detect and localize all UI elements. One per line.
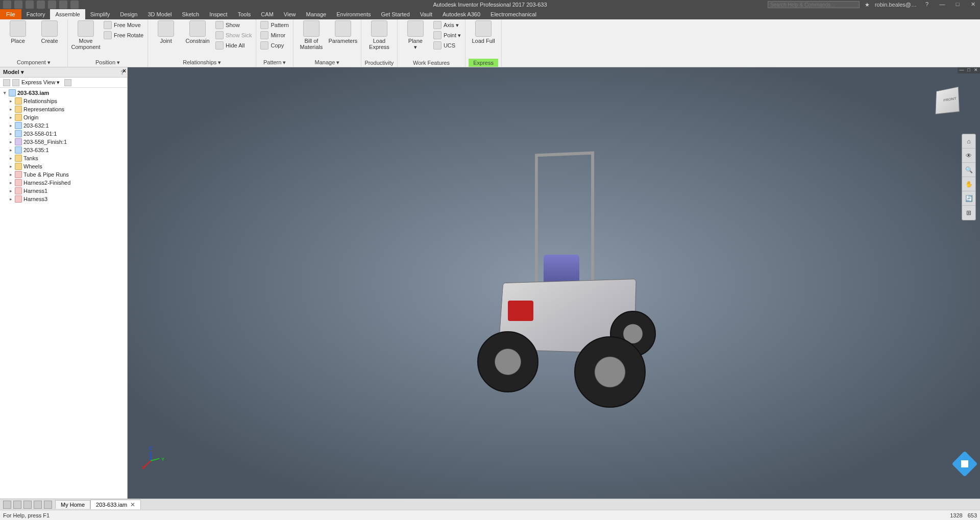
user-label[interactable]: robin.beales@… [875, 2, 917, 8]
tree-node[interactable]: ▸Harness3 [0, 195, 127, 203]
ribbon-group-label[interactable]: Position ▾ [71, 58, 144, 67]
binoculars-icon[interactable] [64, 79, 71, 86]
tab-close-icon[interactable]: ✕ [130, 501, 135, 508]
ribbon-show-button[interactable]: Show [214, 20, 253, 30]
expand-icon[interactable]: ▸ [8, 107, 13, 112]
tree-node[interactable]: ▸Tanks [0, 154, 127, 162]
menu-tab-view[interactable]: View [279, 9, 301, 19]
tree-node[interactable]: ▸Relationships [0, 97, 127, 105]
ribbon-show-sick-button[interactable]: Show Sick [214, 31, 253, 40]
menu-tab-tools[interactable]: Tools [233, 9, 256, 19]
qat-open-icon[interactable] [14, 1, 22, 9]
menu-tab-inspect[interactable]: Inspect [204, 9, 232, 19]
tab-layout-single-icon[interactable] [3, 501, 11, 509]
expand-icon[interactable]: ▸ [8, 147, 13, 153]
nav-zoom-icon[interactable]: 🔍 [962, 163, 975, 177]
expand-icon[interactable]: ▸ [8, 115, 13, 120]
tab-layout-four-icon[interactable] [13, 501, 21, 509]
menu-tab-factory[interactable]: Factory [21, 9, 51, 19]
qat-home-icon[interactable] [59, 1, 67, 9]
browser-close-icon[interactable]: × [122, 67, 126, 75]
menu-tab-assemble[interactable]: Assemble [50, 9, 85, 19]
ribbon-constrain-button[interactable]: Constrain [183, 20, 212, 44]
funnel-icon[interactable] [12, 79, 19, 86]
ribbon-load-express-button[interactable]: Load Express [364, 20, 394, 50]
file-menu[interactable]: File [0, 9, 21, 19]
ribbon-free-rotate-button[interactable]: Free Rotate [103, 31, 144, 40]
menu-tab-sketch[interactable]: Sketch [177, 9, 205, 19]
expand-icon[interactable]: ▾ [2, 90, 7, 95]
expand-icon[interactable]: ▸ [8, 156, 13, 161]
tree-node[interactable]: ▸Tube & Pipe Runs [0, 170, 127, 179]
ribbon-free-move-button[interactable]: Free Move [103, 20, 144, 30]
qat-save-icon[interactable] [26, 1, 34, 9]
expand-icon[interactable]: ▸ [8, 164, 13, 169]
tree-node[interactable]: ▸Harness2-Finished [0, 179, 127, 187]
vp-close-icon[interactable]: ✕ [973, 67, 979, 72]
ribbon-group-label[interactable]: Express [469, 59, 498, 67]
maximize-button[interactable]: □ [952, 1, 963, 8]
tree-node[interactable]: ▸Harness1 [0, 187, 127, 195]
app-icon[interactable] [3, 1, 11, 9]
nav-home-icon[interactable]: ⌂ [962, 134, 975, 148]
nav-fullnav-icon[interactable]: ⊞ [962, 206, 975, 220]
tree-node[interactable]: ▸203-558_Finish:1 [0, 138, 127, 146]
help-icon[interactable]: ? [922, 1, 932, 8]
tree-node[interactable]: ▸Wheels [0, 162, 127, 170]
tree-node[interactable]: ▸203-558-01:1 [0, 130, 127, 138]
menu-tab-environments[interactable]: Environments [331, 9, 376, 19]
ribbon-create-button[interactable]: Create [35, 20, 64, 44]
menu-tab-3d-model[interactable]: 3D Model [142, 9, 177, 19]
ribbon-ucs-button[interactable]: UCS [432, 41, 462, 50]
menu-tab-cam[interactable]: CAM [256, 9, 278, 19]
ribbon-group-label[interactable]: Productivity [364, 59, 394, 67]
help-search-input[interactable] [768, 1, 860, 8]
menu-tab-simplify[interactable]: Simplify [85, 9, 115, 19]
qat-undo-icon[interactable] [37, 1, 45, 9]
tree-node[interactable]: ▸203-635:1 [0, 146, 127, 154]
nav-pan-icon[interactable]: ✋ [962, 177, 975, 191]
ribbon-group-label[interactable]: Work Features [401, 59, 462, 67]
ribbon-move-button[interactable]: MoveComponent [71, 20, 101, 50]
browser-header[interactable]: Model ▾ ? × [0, 67, 127, 78]
tab-arrow-icon[interactable] [44, 501, 52, 509]
ribbon-parameters-button[interactable]: Parameters [328, 20, 358, 44]
tab-layout-split-icon[interactable] [34, 501, 42, 509]
expand-icon[interactable]: ▸ [8, 180, 13, 185]
ribbon-group-label[interactable]: Pattern ▾ [259, 58, 289, 67]
viewport[interactable]: — □ ✕ ⌂ 👁 🔍 ✋ 🔄 ⊞ Z Y X [128, 67, 980, 499]
menu-tab-manage[interactable]: Manage [301, 9, 331, 19]
menu-tab-vault[interactable]: Vault [415, 9, 437, 19]
expand-icon[interactable]: ▸ [8, 123, 13, 128]
ribbon-pattern-button[interactable]: Pattern [259, 20, 289, 30]
menu-tab-get-started[interactable]: Get Started [376, 9, 415, 19]
filter-label[interactable]: Express View ▾ [21, 79, 60, 86]
ribbon-place-button[interactable]: Place [3, 20, 33, 44]
ribbon-joint-button[interactable]: Joint [151, 20, 181, 44]
ribbon-group-label[interactable]: Manage ▾ [297, 58, 358, 67]
menu-tab-autodesk-a360[interactable]: Autodesk A360 [437, 9, 485, 19]
corner-badge-icon[interactable] [952, 451, 978, 477]
expand-icon[interactable]: ▸ [8, 98, 13, 104]
filter-icon[interactable] [3, 79, 10, 86]
tree-root[interactable]: ▾ 203-633.iam [0, 89, 127, 97]
ribbon-point---button[interactable]: Point ▾ [432, 31, 462, 40]
qat-redo-icon[interactable] [48, 1, 56, 9]
ribbon-mirror-button[interactable]: Mirror [259, 31, 289, 40]
ribbon-group-label[interactable]: Relationships ▾ [151, 58, 253, 67]
star-icon[interactable]: ★ [865, 2, 870, 8]
tab-layout-list-icon[interactable] [23, 501, 32, 509]
ribbon-axis---button[interactable]: Axis ▾ [432, 20, 462, 30]
expand-icon[interactable]: ▸ [8, 196, 13, 202]
nav-orbit-icon[interactable]: 🔄 [962, 191, 975, 206]
close-button[interactable]: ✕ [968, 1, 978, 8]
ribbon-plane-button[interactable]: Plane▾ [401, 20, 430, 50]
minimize-button[interactable]: — [937, 1, 947, 8]
ribbon-copy-button[interactable]: Copy [259, 41, 289, 50]
ribbon-group-label[interactable]: Component ▾ [3, 58, 64, 67]
tree-node[interactable]: ▸Origin [0, 113, 127, 121]
ribbon-load-full-button[interactable]: Load Full [469, 20, 498, 44]
ribbon-bill-of-button[interactable]: Bill ofMaterials [297, 20, 326, 50]
expand-icon[interactable]: ▸ [8, 172, 13, 177]
tab-document[interactable]: 203-633.iam ✕ [90, 500, 141, 509]
